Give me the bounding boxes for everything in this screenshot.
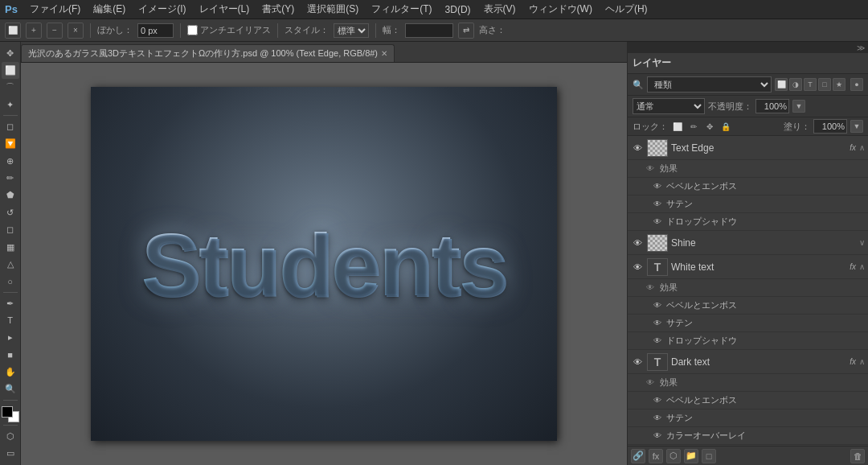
menu-file[interactable]: ファイル(F): [24, 1, 86, 18]
eye-effects-white-text[interactable]: 👁: [644, 282, 657, 294]
link-layers-button[interactable]: 🔗: [631, 449, 645, 463]
panel-collapse-button[interactable]: ≫: [628, 42, 868, 53]
effect-bevel-white-text[interactable]: 👁 ベベルとエンボス: [628, 297, 868, 315]
new-layer-button[interactable]: □: [702, 449, 716, 463]
crop-tool[interactable]: ◻: [2, 118, 19, 134]
effect-coloroverlay-dark-text[interactable]: 👁 カラーオーバーレイ: [628, 427, 868, 445]
add-mask-button[interactable]: ⬡: [666, 449, 681, 463]
delete-layer-button[interactable]: 🗑: [850, 449, 865, 463]
filter-pixel-icon[interactable]: ⬜: [775, 78, 788, 91]
filter-smart-icon[interactable]: ★: [833, 78, 845, 91]
stamp-tool[interactable]: ⬟: [2, 187, 19, 204]
filter-shape-icon[interactable]: □: [818, 78, 831, 91]
lock-transparent-icon[interactable]: ⬜: [671, 120, 684, 133]
fill-input[interactable]: [813, 119, 847, 134]
marquee-tool[interactable]: ⬜: [2, 62, 19, 78]
menu-layer[interactable]: レイヤー(L): [194, 1, 256, 18]
intersect-selection-icon[interactable]: ×: [68, 23, 84, 39]
filter-adjust-icon[interactable]: ◑: [789, 78, 802, 91]
eye-dropshadow-white-text[interactable]: 👁: [652, 335, 663, 347]
lock-all-icon[interactable]: 🔒: [719, 120, 732, 133]
layer-text-edge[interactable]: 👁 Text Edge fx ∧: [628, 136, 868, 160]
antialias-check[interactable]: [187, 25, 198, 35]
type-tool[interactable]: T: [2, 312, 19, 328]
collapse-shine[interactable]: ∨: [859, 238, 865, 247]
fx-white-text[interactable]: fx: [850, 262, 856, 271]
brush-tool[interactable]: ✏: [2, 170, 19, 186]
zoom-tool[interactable]: 🔍: [2, 381, 19, 397]
history-brush-tool[interactable]: ↺: [2, 204, 19, 220]
eye-satin-white-text[interactable]: 👁: [652, 318, 663, 329]
new-group-button[interactable]: 📁: [684, 449, 698, 463]
canvas-wrapper[interactable]: Students: [21, 63, 627, 465]
eye-satin-dark-text[interactable]: 👁: [652, 413, 663, 424]
menu-type[interactable]: 書式(Y): [256, 1, 300, 18]
tab-close-button[interactable]: ✕: [381, 49, 387, 58]
path-select-tool[interactable]: ▸: [2, 330, 19, 346]
layer-white-text[interactable]: 👁 T White text fx ∧: [628, 255, 868, 279]
filter-type-icon[interactable]: T: [804, 78, 817, 91]
add-selection-icon[interactable]: +: [26, 23, 42, 39]
eye-coloroverlay-dark-text[interactable]: 👁: [652, 430, 663, 442]
collapse-text-edge[interactable]: ∧: [859, 143, 865, 152]
eraser-tool[interactable]: ◻: [2, 222, 19, 238]
fx-text-edge[interactable]: fx: [850, 143, 856, 152]
foreground-color[interactable]: [2, 406, 13, 418]
shape-tool[interactable]: ■: [2, 347, 19, 363]
effect-satin-dark-text[interactable]: 👁 サテン: [628, 409, 868, 427]
eye-effects-text-edge[interactable]: 👁: [644, 163, 657, 175]
effect-satin-text-edge[interactable]: 👁 サテン: [628, 195, 868, 213]
opacity-input[interactable]: [755, 99, 789, 113]
menu-filter[interactable]: フィルター(T): [366, 1, 437, 18]
effect-satin-white-text[interactable]: 👁 サテン: [628, 315, 868, 332]
eye-satin-text-edge[interactable]: 👁: [652, 199, 663, 210]
antialias-checkbox[interactable]: アンチエイリアス: [187, 24, 271, 36]
eyedropper-tool[interactable]: 🔽: [2, 136, 19, 152]
magic-wand-tool[interactable]: ✦: [2, 97, 19, 113]
menu-edit[interactable]: 編集(E): [88, 1, 131, 18]
gradient-tool[interactable]: ▦: [2, 239, 19, 255]
lock-brush-icon[interactable]: ✏: [687, 120, 700, 133]
blend-mode-select[interactable]: 通常: [633, 98, 705, 114]
effect-bevel-text-edge[interactable]: 👁 ベベルとエンボス: [628, 178, 868, 195]
lock-move-icon[interactable]: ✥: [703, 120, 716, 133]
move-tool[interactable]: ✥: [2, 45, 19, 61]
blur-tool[interactable]: △: [2, 256, 19, 272]
swap-icon[interactable]: ⇄: [458, 23, 474, 39]
effect-dropshadow-white-text[interactable]: 👁 ドロップシャドウ: [628, 332, 868, 350]
subtract-selection-icon[interactable]: −: [47, 23, 63, 39]
collapse-dark-text[interactable]: ∧: [859, 357, 865, 366]
filter-select[interactable]: 種類: [647, 76, 772, 93]
color-swatches[interactable]: [2, 406, 19, 422]
eye-dark-text[interactable]: 👁: [631, 356, 644, 368]
new-selection-icon[interactable]: ⬜: [5, 23, 21, 39]
collapse-white-text[interactable]: ∧: [859, 262, 865, 271]
menu-image[interactable]: イメージ(I): [133, 1, 191, 18]
fill-arrow-icon[interactable]: ▼: [850, 120, 863, 133]
eye-bevel-white-text[interactable]: 👁: [652, 300, 663, 311]
hand-tool[interactable]: ✋: [2, 364, 19, 380]
effect-dropshadow-text-edge[interactable]: 👁 ドロップシャドウ: [628, 213, 868, 231]
blur-input[interactable]: [137, 23, 174, 38]
eye-shine[interactable]: 👁: [631, 237, 644, 249]
eye-white-text[interactable]: 👁: [631, 261, 644, 274]
document-tab[interactable]: 光沢のあるガラス風3DテキストエフェクトΩの作り方.psd @ 100% (Te…: [21, 44, 395, 62]
pen-tool[interactable]: ✒: [2, 295, 19, 311]
width-input[interactable]: [405, 23, 453, 38]
spot-heal-tool[interactable]: ⊕: [2, 153, 19, 169]
lasso-tool[interactable]: ⌒: [2, 80, 19, 96]
fx-dark-text[interactable]: fx: [850, 357, 856, 366]
dodge-tool[interactable]: ○: [2, 274, 19, 290]
screen-mode-tool[interactable]: ▭: [2, 446, 19, 462]
menu-view[interactable]: 表示(V): [478, 1, 522, 18]
layer-dark-text[interactable]: 👁 T Dark text fx ∧: [628, 350, 868, 374]
layer-shine[interactable]: 👁 Shine ∨: [628, 231, 868, 255]
menu-3d[interactable]: 3D(D): [440, 2, 477, 17]
effect-bevel-dark-text[interactable]: 👁 ベベルとエンボス: [628, 392, 868, 409]
add-style-button[interactable]: fx: [649, 449, 663, 463]
eye-bevel-text-edge[interactable]: 👁: [652, 181, 663, 192]
menu-window[interactable]: ウィンドウ(W): [523, 1, 598, 18]
menu-select[interactable]: 選択範囲(S): [301, 1, 364, 18]
eye-text-edge[interactable]: 👁: [631, 142, 644, 154]
style-select[interactable]: 標準: [334, 23, 369, 38]
